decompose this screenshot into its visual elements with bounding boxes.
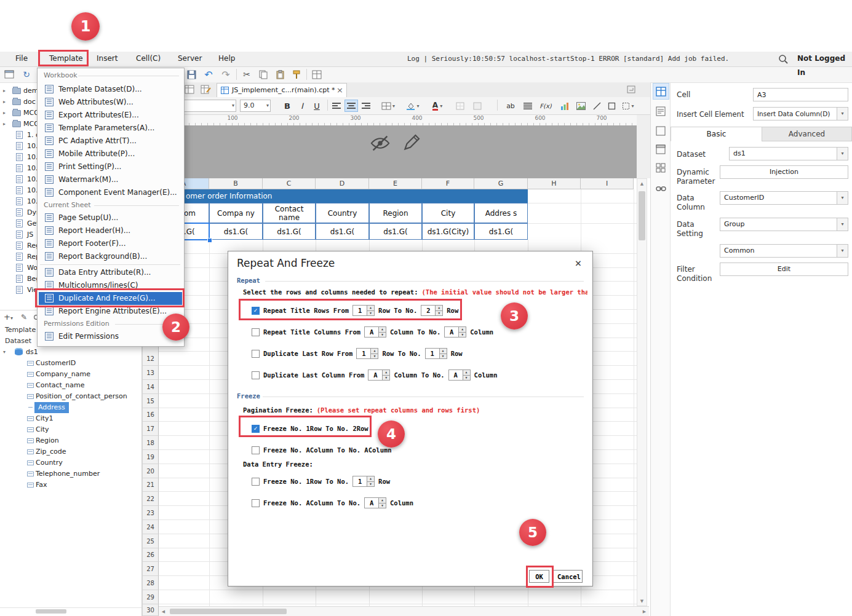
data-entry-freeze-rows-checkbox[interactable]: [252, 478, 260, 486]
column-header-E[interactable]: E: [369, 178, 422, 189]
menu-item-mobile-attribute[interactable]: Mobile Attribute(P)...: [39, 148, 182, 160]
float-element-panel-icon[interactable]: [655, 125, 667, 137]
vertical-scroll-thumb[interactable]: [639, 191, 645, 240]
repeat-columns-to-spinner[interactable]: A▲▼: [444, 326, 466, 338]
menu-help[interactable]: Help: [218, 52, 235, 66]
undo-icon[interactable]: ↶: [202, 68, 215, 81]
expander-icon[interactable]: ▸: [3, 85, 6, 97]
ok-button[interactable]: OK: [529, 570, 549, 583]
menu-item-report-engine-attributes[interactable]: Report Engine Attributes(E)...: [39, 305, 182, 318]
field-row[interactable]: Company_name: [0, 369, 141, 380]
cancel-button[interactable]: Cancel: [553, 570, 583, 583]
menu-item-report-footer[interactable]: Report Footer(F)...: [39, 237, 182, 250]
spin-down-icon[interactable]: ▼: [383, 376, 389, 381]
spin-up-icon[interactable]: ▲: [371, 349, 378, 354]
sheet-grid-icon[interactable]: [185, 85, 194, 96]
menu-item-edit-permissions[interactable]: Edit Permissions: [39, 330, 182, 343]
table-data-cell[interactable]: ds1.G(: [369, 223, 422, 240]
field-row[interactable]: Zip_code: [0, 446, 141, 457]
horizontal-scrollbar[interactable]: ◀ ▶: [159, 606, 649, 616]
menu-item-report-background[interactable]: Report Background(B)...: [39, 250, 182, 263]
spin-down-icon[interactable]: ▼: [371, 354, 378, 359]
duplicate-row-from-spinner[interactable]: 1▲▼: [356, 348, 378, 359]
table-data-cell[interactable]: ds1.G(: [209, 223, 263, 240]
menu-template[interactable]: Template: [49, 52, 83, 66]
scroll-down-icon[interactable]: ▼: [637, 596, 647, 606]
menu-insert[interactable]: Insert: [97, 52, 117, 66]
duplicate-last-column-checkbox[interactable]: [252, 371, 260, 379]
font-size-combo[interactable]: 9.0▾: [240, 100, 271, 112]
menu-item-multicolumns[interactable]: Multicolumns/lines(C): [39, 279, 182, 292]
document-tab[interactable]: JS_implement_c...r(main).cpt * ×: [217, 83, 347, 97]
add-dataset-button[interactable]: +▾: [4, 312, 13, 322]
spin-down-icon[interactable]: ▼: [379, 333, 386, 338]
data-setting-group-combo[interactable]: Group▾: [720, 218, 848, 231]
row-header[interactable]: 28: [143, 576, 159, 590]
tab-basic[interactable]: Basic: [671, 127, 762, 141]
menu-item-report-header[interactable]: Report Header(H)...: [39, 224, 182, 237]
table-data-cell[interactable]: ds1.G(City): [422, 223, 474, 240]
cell-style-button[interactable]: [470, 100, 485, 112]
row-header[interactable]: 15: [143, 394, 159, 408]
cut-icon[interactable]: ✂: [240, 68, 253, 81]
table-header-cell[interactable]: Region: [369, 203, 422, 223]
font-name-combo[interactable]: ▾: [183, 100, 236, 112]
spin-up-icon[interactable]: ▲: [383, 370, 389, 376]
data-setting-common-combo[interactable]: Common▾: [720, 244, 848, 258]
merge-cells-button[interactable]: ▾: [378, 100, 399, 112]
insert-cell-element-combo[interactable]: Insert Data Column(D)▾: [753, 107, 848, 120]
repeat-title-columns-checkbox[interactable]: [252, 328, 260, 336]
save-icon[interactable]: [185, 68, 198, 81]
duplicate-last-row-checkbox[interactable]: [252, 350, 260, 358]
column-header-B[interactable]: B: [209, 178, 263, 189]
repeat-columns-from-spinner[interactable]: A▲▼: [364, 326, 386, 338]
dialog-close-icon[interactable]: ×: [571, 256, 585, 270]
menu-item-template-parameters[interactable]: Template Parameters(A)...: [39, 122, 182, 135]
formula-button[interactable]: F(x): [536, 100, 555, 112]
row-header[interactable]: 14: [143, 380, 159, 394]
scroll-right-icon[interactable]: ▶: [640, 607, 649, 616]
row-lines-button[interactable]: [520, 100, 535, 112]
row-header[interactable]: 26: [143, 548, 159, 562]
hide-eye-icon[interactable]: [369, 133, 391, 156]
field-row[interactable]: Position_of_contact_person: [0, 391, 141, 402]
row-header[interactable]: 30: [143, 604, 159, 616]
align-center-button[interactable]: [344, 100, 358, 112]
menu-item-pc-adaptive[interactable]: PC Adaptive Attr(T)...: [39, 135, 182, 148]
spin-up-icon[interactable]: ▲: [367, 306, 374, 311]
italic-button[interactable]: I: [295, 100, 309, 112]
row-header[interactable]: 23: [143, 506, 159, 520]
spin-down-icon[interactable]: ▼: [367, 482, 374, 487]
underline-button[interactable]: U: [310, 100, 324, 112]
row-header[interactable]: 27: [143, 562, 159, 576]
scroll-left-icon[interactable]: ◀: [159, 607, 168, 616]
freeze-columns-checkbox[interactable]: [252, 446, 260, 454]
spin-up-icon[interactable]: ▲: [463, 370, 470, 376]
spin-down-icon[interactable]: ▼: [463, 376, 470, 381]
edit-pencil-icon[interactable]: [401, 132, 422, 156]
table-header-cell[interactable]: Contact name: [263, 203, 316, 223]
menu-item-data-entry-attribute[interactable]: Data Entry Attribute(R)...: [39, 266, 182, 279]
chart-button[interactable]: [557, 100, 572, 112]
tab-bar-corner-icon[interactable]: [627, 85, 635, 95]
expander-icon[interactable]: ▸: [3, 119, 6, 130]
close-tab-icon[interactable]: ×: [336, 84, 343, 97]
menu-server[interactable]: Server: [178, 52, 202, 66]
spin-up-icon[interactable]: ▲: [379, 327, 386, 333]
align-right-button[interactable]: [359, 100, 373, 112]
format-painter-icon[interactable]: [290, 68, 303, 81]
align-left-button[interactable]: [330, 100, 343, 112]
widget-button[interactable]: ▾: [619, 100, 637, 112]
column-header-H[interactable]: H: [528, 178, 581, 189]
border-button[interactable]: [453, 100, 468, 112]
table-header-cell[interactable]: Addres s: [474, 203, 528, 223]
sidebar-scrollbar[interactable]: [0, 607, 141, 615]
redo-icon[interactable]: ↷: [219, 68, 233, 81]
spin-up-icon[interactable]: ▲: [440, 349, 447, 354]
field-row[interactable]: Telephone_number: [0, 468, 141, 480]
column-header-D[interactable]: D: [316, 178, 369, 189]
sheet-edit-icon[interactable]: [201, 85, 211, 96]
duplicate-row-to-spinner[interactable]: 1▲▼: [425, 348, 447, 359]
image-button[interactable]: [573, 100, 588, 112]
line-button[interactable]: [589, 100, 604, 112]
